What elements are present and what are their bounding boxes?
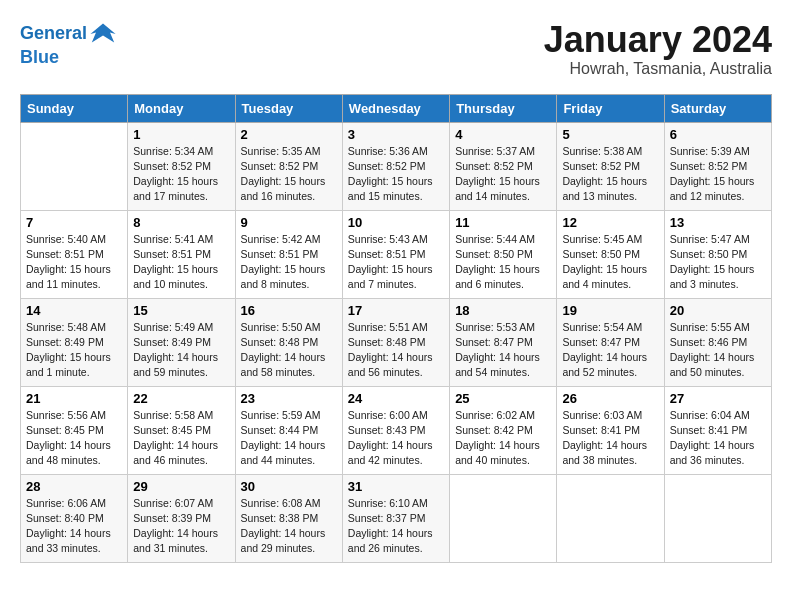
calendar-cell: 9 Sunrise: 5:42 AMSunset: 8:51 PMDayligh… <box>235 210 342 298</box>
day-info: Sunrise: 5:39 AMSunset: 8:52 PMDaylight:… <box>670 144 766 205</box>
day-info: Sunrise: 6:10 AMSunset: 8:37 PMDaylight:… <box>348 496 444 557</box>
calendar-cell: 22 Sunrise: 5:58 AMSunset: 8:45 PMDaylig… <box>128 386 235 474</box>
day-number: 13 <box>670 215 766 230</box>
calendar-cell <box>450 474 557 562</box>
logo-bird-icon <box>89 20 117 48</box>
calendar-cell: 18 Sunrise: 5:53 AMSunset: 8:47 PMDaylig… <box>450 298 557 386</box>
day-number: 24 <box>348 391 444 406</box>
calendar-cell: 13 Sunrise: 5:47 AMSunset: 8:50 PMDaylig… <box>664 210 771 298</box>
weekday-header-sunday: Sunday <box>21 94 128 122</box>
day-number: 9 <box>241 215 337 230</box>
calendar-cell: 23 Sunrise: 5:59 AMSunset: 8:44 PMDaylig… <box>235 386 342 474</box>
calendar-cell: 19 Sunrise: 5:54 AMSunset: 8:47 PMDaylig… <box>557 298 664 386</box>
day-info: Sunrise: 6:02 AMSunset: 8:42 PMDaylight:… <box>455 408 551 469</box>
day-info: Sunrise: 6:07 AMSunset: 8:39 PMDaylight:… <box>133 496 229 557</box>
day-info: Sunrise: 6:03 AMSunset: 8:41 PMDaylight:… <box>562 408 658 469</box>
calendar-week-2: 7 Sunrise: 5:40 AMSunset: 8:51 PMDayligh… <box>21 210 772 298</box>
calendar-week-5: 28 Sunrise: 6:06 AMSunset: 8:40 PMDaylig… <box>21 474 772 562</box>
day-number: 21 <box>26 391 122 406</box>
calendar-cell: 24 Sunrise: 6:00 AMSunset: 8:43 PMDaylig… <box>342 386 449 474</box>
calendar-cell: 16 Sunrise: 5:50 AMSunset: 8:48 PMDaylig… <box>235 298 342 386</box>
calendar-cell: 14 Sunrise: 5:48 AMSunset: 8:49 PMDaylig… <box>21 298 128 386</box>
calendar-body: 1 Sunrise: 5:34 AMSunset: 8:52 PMDayligh… <box>21 122 772 562</box>
day-number: 19 <box>562 303 658 318</box>
day-info: Sunrise: 5:51 AMSunset: 8:48 PMDaylight:… <box>348 320 444 381</box>
day-info: Sunrise: 5:47 AMSunset: 8:50 PMDaylight:… <box>670 232 766 293</box>
calendar-week-3: 14 Sunrise: 5:48 AMSunset: 8:49 PMDaylig… <box>21 298 772 386</box>
day-number: 15 <box>133 303 229 318</box>
calendar-cell: 30 Sunrise: 6:08 AMSunset: 8:38 PMDaylig… <box>235 474 342 562</box>
day-info: Sunrise: 5:55 AMSunset: 8:46 PMDaylight:… <box>670 320 766 381</box>
day-number: 14 <box>26 303 122 318</box>
day-info: Sunrise: 6:04 AMSunset: 8:41 PMDaylight:… <box>670 408 766 469</box>
calendar-cell: 25 Sunrise: 6:02 AMSunset: 8:42 PMDaylig… <box>450 386 557 474</box>
day-info: Sunrise: 5:54 AMSunset: 8:47 PMDaylight:… <box>562 320 658 381</box>
weekday-header-tuesday: Tuesday <box>235 94 342 122</box>
day-info: Sunrise: 5:35 AMSunset: 8:52 PMDaylight:… <box>241 144 337 205</box>
calendar-cell: 7 Sunrise: 5:40 AMSunset: 8:51 PMDayligh… <box>21 210 128 298</box>
day-info: Sunrise: 5:56 AMSunset: 8:45 PMDaylight:… <box>26 408 122 469</box>
day-number: 17 <box>348 303 444 318</box>
calendar-cell: 26 Sunrise: 6:03 AMSunset: 8:41 PMDaylig… <box>557 386 664 474</box>
calendar-cell: 10 Sunrise: 5:43 AMSunset: 8:51 PMDaylig… <box>342 210 449 298</box>
day-number: 26 <box>562 391 658 406</box>
day-info: Sunrise: 5:44 AMSunset: 8:50 PMDaylight:… <box>455 232 551 293</box>
calendar-cell: 31 Sunrise: 6:10 AMSunset: 8:37 PMDaylig… <box>342 474 449 562</box>
calendar-cell <box>21 122 128 210</box>
page-header: General Blue January 2024 Howrah, Tasman… <box>20 20 772 78</box>
calendar-cell: 8 Sunrise: 5:41 AMSunset: 8:51 PMDayligh… <box>128 210 235 298</box>
day-info: Sunrise: 6:00 AMSunset: 8:43 PMDaylight:… <box>348 408 444 469</box>
day-number: 1 <box>133 127 229 142</box>
calendar-cell: 27 Sunrise: 6:04 AMSunset: 8:41 PMDaylig… <box>664 386 771 474</box>
day-number: 23 <box>241 391 337 406</box>
day-number: 29 <box>133 479 229 494</box>
month-title: January 2024 <box>544 20 772 60</box>
calendar-cell: 3 Sunrise: 5:36 AMSunset: 8:52 PMDayligh… <box>342 122 449 210</box>
day-number: 16 <box>241 303 337 318</box>
calendar-cell: 5 Sunrise: 5:38 AMSunset: 8:52 PMDayligh… <box>557 122 664 210</box>
day-info: Sunrise: 5:48 AMSunset: 8:49 PMDaylight:… <box>26 320 122 381</box>
day-number: 27 <box>670 391 766 406</box>
svg-marker-0 <box>90 24 115 43</box>
day-info: Sunrise: 5:58 AMSunset: 8:45 PMDaylight:… <box>133 408 229 469</box>
day-info: Sunrise: 6:06 AMSunset: 8:40 PMDaylight:… <box>26 496 122 557</box>
logo: General Blue <box>20 20 117 68</box>
day-info: Sunrise: 5:45 AMSunset: 8:50 PMDaylight:… <box>562 232 658 293</box>
calendar-cell: 12 Sunrise: 5:45 AMSunset: 8:50 PMDaylig… <box>557 210 664 298</box>
calendar-cell: 2 Sunrise: 5:35 AMSunset: 8:52 PMDayligh… <box>235 122 342 210</box>
day-number: 10 <box>348 215 444 230</box>
day-number: 30 <box>241 479 337 494</box>
day-number: 6 <box>670 127 766 142</box>
calendar-cell: 6 Sunrise: 5:39 AMSunset: 8:52 PMDayligh… <box>664 122 771 210</box>
day-number: 4 <box>455 127 551 142</box>
day-number: 25 <box>455 391 551 406</box>
day-number: 2 <box>241 127 337 142</box>
day-info: Sunrise: 5:41 AMSunset: 8:51 PMDaylight:… <box>133 232 229 293</box>
calendar-cell: 28 Sunrise: 6:06 AMSunset: 8:40 PMDaylig… <box>21 474 128 562</box>
calendar-week-4: 21 Sunrise: 5:56 AMSunset: 8:45 PMDaylig… <box>21 386 772 474</box>
day-info: Sunrise: 5:43 AMSunset: 8:51 PMDaylight:… <box>348 232 444 293</box>
day-number: 7 <box>26 215 122 230</box>
weekday-header-friday: Friday <box>557 94 664 122</box>
calendar-cell: 1 Sunrise: 5:34 AMSunset: 8:52 PMDayligh… <box>128 122 235 210</box>
day-info: Sunrise: 5:40 AMSunset: 8:51 PMDaylight:… <box>26 232 122 293</box>
weekday-header-thursday: Thursday <box>450 94 557 122</box>
calendar-cell: 11 Sunrise: 5:44 AMSunset: 8:50 PMDaylig… <box>450 210 557 298</box>
day-number: 12 <box>562 215 658 230</box>
day-number: 3 <box>348 127 444 142</box>
day-info: Sunrise: 5:42 AMSunset: 8:51 PMDaylight:… <box>241 232 337 293</box>
calendar-header-row: SundayMondayTuesdayWednesdayThursdayFrid… <box>21 94 772 122</box>
day-number: 31 <box>348 479 444 494</box>
day-number: 8 <box>133 215 229 230</box>
day-info: Sunrise: 5:59 AMSunset: 8:44 PMDaylight:… <box>241 408 337 469</box>
calendar-cell: 20 Sunrise: 5:55 AMSunset: 8:46 PMDaylig… <box>664 298 771 386</box>
day-info: Sunrise: 5:49 AMSunset: 8:49 PMDaylight:… <box>133 320 229 381</box>
weekday-header-wednesday: Wednesday <box>342 94 449 122</box>
day-info: Sunrise: 5:53 AMSunset: 8:47 PMDaylight:… <box>455 320 551 381</box>
calendar-cell: 4 Sunrise: 5:37 AMSunset: 8:52 PMDayligh… <box>450 122 557 210</box>
day-number: 5 <box>562 127 658 142</box>
logo-blue-text: Blue <box>20 48 117 68</box>
calendar-cell <box>557 474 664 562</box>
day-info: Sunrise: 5:36 AMSunset: 8:52 PMDaylight:… <box>348 144 444 205</box>
day-info: Sunrise: 5:50 AMSunset: 8:48 PMDaylight:… <box>241 320 337 381</box>
